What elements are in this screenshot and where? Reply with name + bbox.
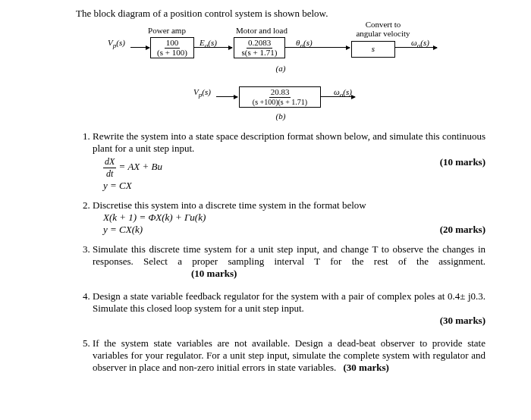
arrow — [285, 47, 350, 48]
eq-ycxk: y = CX(k) — [103, 224, 143, 235]
label-power-amp: Power amp — [144, 26, 190, 35]
diagram-label-a: (a) — [114, 64, 448, 73]
question-5: If the system state variables are not av… — [93, 337, 485, 374]
intro-text: The block diagram of a position control … — [76, 8, 485, 20]
question-list: Rewrite the system into a state space de… — [76, 130, 485, 374]
marks-q1: (10 marks) — [440, 156, 485, 168]
block-convert: s — [351, 41, 395, 58]
question-4: Design a state variable feedback regulat… — [93, 290, 485, 327]
block-combined: 20.83 (s +100)(s + 1.71) — [239, 86, 321, 108]
marks-q5: (30 marks) — [344, 362, 389, 373]
label-convert: Convert to angular velocity — [349, 20, 417, 38]
document-page: The block diagram of a position control … — [0, 0, 531, 389]
signal-vp-b: Vp(s) — [193, 87, 211, 99]
arrow — [194, 47, 232, 48]
arrow — [321, 96, 355, 97]
arrow — [216, 96, 237, 97]
arrow — [130, 47, 149, 48]
marks-q2: (20 marks) — [440, 224, 485, 236]
arrow — [395, 47, 437, 48]
block-power-amp: 100 (s + 100) — [150, 37, 194, 58]
eq-xk1: X(k + 1) = ΦX(k) + Γu(k) — [103, 212, 485, 224]
block-motor-load: 0.2083 s(s + 1.71) — [234, 37, 285, 58]
label-motor-load: Motor and load — [231, 26, 292, 35]
eq-ycx: y = CX — [103, 180, 485, 192]
eq-dxdt: dX dt — [103, 156, 116, 180]
marks-q3: (10 marks) — [191, 268, 237, 279]
block-diagram-b: Vp(s) 20.83 (s +100)(s + 1.71) ωo(s) (b) — [174, 84, 387, 126]
diagram-label-b: (b) — [174, 111, 387, 121]
question-2: Discretise this system into a discrete t… — [93, 199, 485, 236]
block-diagram-a: Power amp Motor and load Convert to angu… — [114, 26, 448, 83]
marks-q4: (30 marks) — [440, 315, 485, 327]
signal-vp: Vp(s) — [108, 38, 125, 49]
question-3: Simulate this discrete time system for a… — [93, 243, 485, 280]
question-1: Rewrite the system into a state space de… — [93, 130, 485, 192]
